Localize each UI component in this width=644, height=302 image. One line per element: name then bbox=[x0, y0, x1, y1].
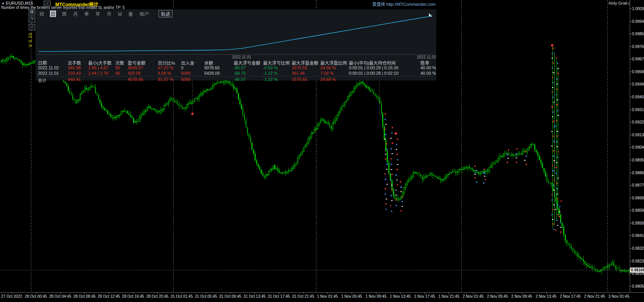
time-tick-label: 31 Oct 01:45 bbox=[171, 294, 193, 299]
stat-cell: 5000 bbox=[181, 77, 190, 82]
price-tick-label: 0.98770 bbox=[632, 183, 644, 187]
price-tick bbox=[630, 72, 632, 72]
time-tick-label: 2 Nov 09:45 bbox=[511, 294, 532, 299]
stat-cell: -86.07 bbox=[234, 65, 246, 70]
trade-diamond-icon bbox=[394, 132, 397, 135]
price-tick bbox=[630, 160, 632, 160]
price-tick-label: 0.99040 bbox=[632, 145, 644, 149]
version-label: V 5.15 bbox=[28, 33, 32, 47]
time-tick-label: 31 Oct 13:45 bbox=[243, 294, 265, 299]
stat-cell: 345.98 bbox=[68, 65, 81, 70]
price-tick-label: 0.99130 bbox=[632, 133, 644, 137]
time-tick-label: 2 Nov 13:45 bbox=[536, 294, 557, 299]
time-tick-label: 2 Nov 21:45 bbox=[584, 294, 605, 299]
panel-divider bbox=[37, 54, 434, 55]
stat-cell: 0 bbox=[181, 65, 183, 70]
price-tick-label: 0.98410 bbox=[632, 233, 644, 238]
time-tick bbox=[497, 293, 498, 294]
stat-cell: 1570.55 bbox=[292, 77, 307, 82]
journal-info-line: Number of times the brokers server repor… bbox=[1, 5, 125, 10]
time-tick-label: 28 Oct 04:45 bbox=[49, 294, 71, 299]
help-button[interactable]: ? bbox=[29, 17, 35, 23]
stat-header: 最小|大手数 bbox=[88, 60, 112, 66]
time-tick bbox=[303, 293, 304, 294]
price-tick-label: 0.98500 bbox=[632, 221, 644, 225]
time-tick bbox=[84, 293, 85, 294]
stat-cell: 2.66 | 4.67 bbox=[88, 65, 108, 70]
time-tick bbox=[449, 293, 449, 294]
time-tick-label: 1 Nov 09:45 bbox=[366, 294, 386, 299]
trade-diamond-icon bbox=[191, 112, 194, 115]
stat-cell: 2.44 | 2.78 bbox=[88, 71, 108, 76]
time-tick bbox=[279, 293, 279, 294]
stat-header: 最大浮亏比例 bbox=[263, 60, 290, 66]
stat-cell: 67.22 % bbox=[158, 65, 173, 70]
price-tick bbox=[630, 59, 632, 59]
brand-link[interactable]: 复盘侠 http://MTCommander.com bbox=[360, 1, 436, 7]
stat-cell: 449.41 bbox=[68, 77, 81, 82]
statistics-panel: 综日周月季年币M备账户 轨迹 2022.11.012022.11.02 日期总手… bbox=[36, 9, 436, 81]
time-tick bbox=[522, 293, 522, 294]
stat-header: 最大浮盈比例 bbox=[320, 60, 347, 66]
stat-header: 日期 bbox=[38, 60, 47, 66]
time-tick bbox=[60, 293, 61, 294]
time-tick bbox=[594, 293, 595, 294]
stat-header: 余额 bbox=[204, 60, 213, 66]
mt4-chart-window: ▼ EURUSD,M15 – Number of times the broke… bbox=[0, 0, 644, 302]
price-tick-label: 0.99850 bbox=[632, 32, 644, 36]
price-tick-label: 0.99670 bbox=[632, 57, 644, 61]
price-tick bbox=[630, 135, 632, 135]
stat-cell: 4078.66 bbox=[128, 77, 143, 82]
stat-header: 最大浮亏金额 bbox=[234, 60, 260, 66]
time-tick bbox=[619, 293, 619, 294]
equity-curve bbox=[36, 9, 436, 54]
time-tick bbox=[36, 293, 36, 294]
stat-cell: 2022.11.02 bbox=[38, 65, 59, 70]
axis-separator-horizontal bbox=[0, 292, 644, 293]
time-tick-label: 1 Nov 01:45 bbox=[317, 294, 338, 299]
price-tick-label: 0.99580 bbox=[632, 70, 644, 74]
price-tick-label: 1.00030 bbox=[632, 7, 644, 11]
time-axis[interactable]: 27 Oct 202228 Oct 00:4528 Oct 04:4528 Oc… bbox=[0, 293, 644, 302]
price-axis[interactable]: 1.000300.999400.998500.997600.996700.995… bbox=[630, 0, 644, 292]
stat-cell: -0.93 % bbox=[263, 65, 278, 70]
time-tick-label: 1 Nov 17:45 bbox=[414, 294, 435, 299]
stat-cell: 9078.66 bbox=[204, 65, 220, 70]
price-tick-label: 0.98320 bbox=[632, 246, 644, 251]
axis-separator-vertical bbox=[630, 0, 630, 292]
price-tick-label: 0.99940 bbox=[632, 19, 644, 24]
time-tick-label: 28 Oct 20:45 bbox=[146, 294, 168, 299]
price-tick bbox=[630, 173, 632, 173]
time-tick bbox=[376, 293, 376, 294]
holy-grail-watermark: Holy Grail☺ bbox=[608, 1, 632, 5]
check-button[interactable]: √ bbox=[29, 24, 35, 30]
time-tick bbox=[230, 293, 231, 294]
stat-cell: 40 bbox=[115, 71, 120, 76]
stat-cell: 40.00 % bbox=[420, 65, 436, 70]
price-tick-label: 0.99760 bbox=[632, 45, 644, 49]
stat-header: 总手数 bbox=[68, 60, 81, 66]
stat-cell: -86.07 bbox=[234, 77, 246, 82]
time-tick bbox=[546, 293, 547, 294]
time-tick-label: 1 Nov 05:45 bbox=[341, 294, 362, 299]
stat-header: 最大浮盈金额 bbox=[292, 60, 318, 66]
stat-cell: 5429.09 bbox=[204, 71, 220, 76]
price-tick bbox=[630, 147, 632, 148]
trade-diamond-icon bbox=[550, 44, 553, 47]
stat-cell: 0:00:01 | 0:00:28 | 0:02:10 bbox=[349, 71, 398, 76]
stat-cell: 24.68 % bbox=[320, 65, 336, 70]
price-tick bbox=[630, 248, 632, 249]
move-button[interactable]: 移 bbox=[29, 9, 35, 15]
time-tick-label: 31 Oct 17:45 bbox=[268, 294, 290, 299]
price-tick-label: 0.98860 bbox=[632, 171, 644, 175]
stat-cell: 40.00 % bbox=[420, 71, 436, 76]
price-tick-label: 0.98230 bbox=[632, 259, 644, 263]
stat-cell: 429.09 bbox=[128, 71, 141, 76]
time-tick bbox=[352, 293, 352, 294]
stat-cell: -1.22 % bbox=[263, 77, 278, 82]
price-tick-label: 0.99400 bbox=[632, 95, 644, 99]
stat-cell: 24.68 % bbox=[320, 77, 336, 82]
current-price-tag: 0.98166 bbox=[630, 268, 644, 273]
stat-cell: 1570.55 bbox=[292, 65, 307, 70]
time-tick-label: 3 Nov 01:45 bbox=[608, 294, 629, 299]
